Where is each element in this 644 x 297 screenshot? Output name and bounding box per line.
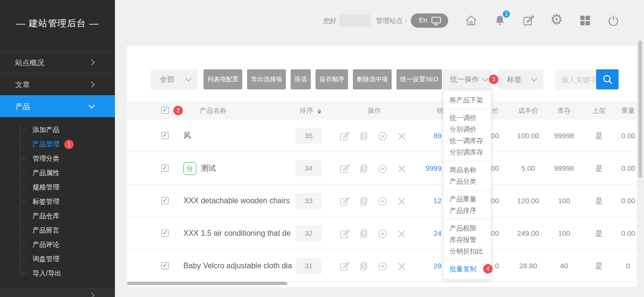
search-button[interactable]: [596, 69, 619, 89]
bulk-menu-item-batch-copy[interactable]: 批量复制4: [443, 263, 491, 275]
sort-order-input[interactable]: 35: [295, 128, 322, 144]
bulk-menu-item[interactable]: 分别调库存: [443, 146, 491, 158]
home-icon[interactable]: [464, 14, 478, 27]
bulk-menu-item[interactable]: 分别调价: [443, 123, 491, 135]
delete-icon[interactable]: [396, 163, 407, 175]
logout-power-icon[interactable]: [607, 14, 620, 27]
sidebar-section[interactable]: 站点概况: [0, 51, 115, 73]
sidebar-item-product[interactable]: 产品属性: [0, 165, 115, 180]
language-switcher[interactable]: En: [411, 13, 448, 28]
sales-count-link[interactable]: 12: [409, 185, 441, 217]
delete-icon[interactable]: [396, 131, 407, 142]
edit-icon[interactable]: [339, 228, 350, 240]
horizontal-scrollbar[interactable]: [127, 282, 287, 285]
bulk-menu-item[interactable]: 产品排序: [443, 205, 491, 216]
sales-count-link[interactable]: 89: [409, 120, 441, 152]
bulk-menu-item[interactable]: 将产品下架: [443, 94, 491, 106]
bulk-menu-item[interactable]: 商品名称: [443, 164, 491, 176]
sidebar-item-product[interactable]: 添加产品: [0, 122, 115, 137]
row-checkbox[interactable]: [161, 262, 169, 269]
sidebar-next-section[interactable]: [0, 288, 115, 297]
delete-icon[interactable]: [396, 228, 407, 240]
search-input[interactable]: [555, 69, 596, 89]
sort-arrows-icon[interactable]: [317, 108, 321, 114]
bulk-menu-item[interactable]: 产品分类: [443, 176, 491, 187]
sidebar-item-product[interactable]: 询盘管理: [0, 252, 115, 266]
save-order-button[interactable]: 保存顺序: [316, 69, 348, 89]
delete-icon[interactable]: [396, 261, 407, 272]
edit-icon[interactable]: [339, 131, 350, 142]
bulk-menu-item[interactable]: 产品权限: [443, 222, 491, 234]
category-filter-select[interactable]: 全部: [151, 69, 198, 89]
row-checkbox[interactable]: [161, 132, 169, 139]
category-filter-value: 全部: [160, 75, 174, 83]
sidebar-item-product[interactable]: 产品评论: [0, 237, 115, 252]
sidebar-section[interactable]: 产品: [0, 95, 115, 117]
copy-icon[interactable]: [358, 196, 370, 207]
sidebar: — 建站管理后台 — 站点概况文章产品 添加产品产品管理1管理分类产品属性规格管…: [0, 0, 115, 297]
settings-gear-icon[interactable]: ⚙: [550, 13, 564, 26]
export-selected-button[interactable]: 导出选择项: [247, 69, 286, 89]
row-checkbox[interactable]: [161, 165, 169, 172]
view-icon[interactable]: [377, 131, 388, 142]
view-icon[interactable]: [377, 228, 388, 240]
delete-selected-button[interactable]: 删除选中项: [353, 69, 392, 89]
row-checkbox[interactable]: [161, 197, 169, 204]
view-icon[interactable]: [377, 163, 388, 175]
chevron-down-icon: [482, 76, 488, 82]
sort-order-input[interactable]: 31: [295, 258, 322, 274]
bulk-menu-item[interactable]: 库存报警: [443, 234, 491, 245]
edit-icon[interactable]: [339, 163, 350, 175]
sales-count-link[interactable]: 9999: [409, 152, 441, 185]
tag-filter-select[interactable]: 标签: [498, 69, 543, 89]
sidebar-item-product[interactable]: 产品留言: [0, 223, 115, 237]
sidebar-section[interactable]: 文章: [0, 73, 115, 95]
product-name-cell: 风: [183, 120, 294, 152]
delete-icon[interactable]: [396, 196, 407, 207]
sort-order-input[interactable]: 32: [295, 225, 322, 242]
copy-icon[interactable]: [358, 131, 370, 142]
sidebar-item-label: 询盘管理: [33, 255, 59, 263]
bulk-menu-item[interactable]: 统一调库存: [443, 135, 491, 146]
bulk-menu-item[interactable]: 产品重量: [443, 193, 491, 205]
content-card: 全部 列表项配置导出选择项筛选保存顺序删除选中项统一设置SEO 统一操作 3 标…: [127, 45, 637, 287]
cost-price-value: 120.00: [509, 185, 547, 217]
username-blurred: [340, 15, 370, 26]
bulk-operations-select[interactable]: 统一操作: [443, 69, 492, 89]
edit-icon[interactable]: [339, 196, 350, 207]
view-icon[interactable]: [377, 196, 388, 207]
weight-value: 0.00: [609, 152, 637, 185]
bulk-menu-item[interactable]: 分销折扣比: [443, 245, 491, 257]
apps-grid-icon[interactable]: [578, 14, 592, 27]
step-badge-2: 2: [173, 106, 183, 115]
sidebar-item-product[interactable]: 管理分类: [0, 151, 115, 165]
sort-order-input[interactable]: 33: [295, 193, 322, 209]
sidebar-item-product[interactable]: 产品仓库: [0, 209, 115, 223]
column-header-weight: 重量: [609, 101, 637, 120]
bulk-menu-item[interactable]: 统一调价: [443, 112, 491, 123]
sidebar-item-product[interactable]: 导入/导出: [0, 266, 115, 280]
view-icon[interactable]: [377, 261, 388, 272]
sidebar-item-product[interactable]: 规格管理: [0, 180, 115, 194]
vertical-scrollbar[interactable]: [638, 41, 642, 178]
filter-button[interactable]: 筛选: [291, 69, 311, 89]
table-header: 2 产品名称 排序 操作 销量 销售价 成本价 库存 上架 重量: [127, 101, 637, 120]
edit-compose-icon[interactable]: [522, 14, 535, 27]
row-checkbox[interactable]: [161, 230, 169, 237]
copy-icon[interactable]: [358, 261, 370, 272]
select-all-checkbox[interactable]: [161, 107, 169, 114]
copy-icon[interactable]: [358, 228, 370, 240]
sidebar-item-active[interactable]: 产品管理1: [0, 137, 115, 151]
sort-order-input[interactable]: 34: [295, 160, 322, 176]
edit-icon[interactable]: [339, 261, 350, 272]
batch-seo-button[interactable]: 统一设置SEO: [396, 69, 442, 89]
sales-count-link[interactable]: 28: [409, 250, 441, 282]
column-header-sort[interactable]: 排序: [297, 101, 316, 120]
weight-value: 0.00: [609, 120, 637, 152]
copy-icon[interactable]: [358, 163, 370, 175]
list-config-button[interactable]: 列表项配置: [203, 69, 242, 89]
product-name: 风: [183, 120, 191, 152]
sales-count-link[interactable]: 24: [409, 217, 441, 250]
notifications-bell-icon[interactable]: 1: [493, 14, 507, 27]
sidebar-item-product[interactable]: 标签管理: [0, 194, 115, 209]
